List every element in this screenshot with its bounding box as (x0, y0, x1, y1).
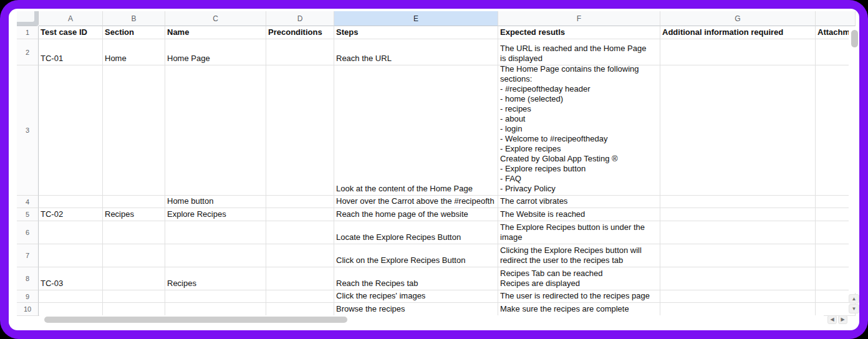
cell-G4[interactable] (660, 196, 816, 208)
cell-G2[interactable] (660, 39, 816, 65)
cell-D3[interactable] (266, 65, 334, 196)
cell-E5[interactable]: Reach the home page of the website (334, 208, 498, 221)
cell-C3[interactable] (165, 65, 266, 196)
cell-E1[interactable]: Steps (334, 26, 498, 39)
cell-D10[interactable] (266, 303, 334, 316)
row-header-5[interactable]: 5 (17, 208, 39, 221)
cell-F10[interactable]: Make sure the recipes are complete (498, 303, 660, 316)
cell-B9[interactable] (103, 290, 165, 303)
cell-G8[interactable] (660, 267, 816, 290)
table-row-5: 5TC-02RecipesExplore RecipesReach the ho… (17, 208, 856, 221)
cell-text: Recipes Tab can be reached Recipes are d… (500, 269, 603, 289)
cell-A5[interactable]: TC-02 (39, 208, 103, 221)
cell-E9[interactable]: Click the recipes' images (334, 290, 498, 303)
cell-C10[interactable] (165, 303, 266, 316)
cell-B2[interactable]: Home (103, 39, 165, 65)
scroll-right-button[interactable]: ▶ (838, 315, 847, 324)
column-header-H[interactable] (816, 11, 856, 26)
cell-F4[interactable]: The carrot vibrates (498, 196, 660, 208)
cell-G9[interactable] (660, 290, 816, 303)
cell-A2[interactable]: TC-01 (39, 39, 103, 65)
cell-A9[interactable] (39, 290, 103, 303)
cell-G7[interactable] (660, 244, 816, 267)
cell-D4[interactable] (266, 196, 334, 208)
column-header-E[interactable]: E (334, 11, 498, 26)
cell-A10[interactable] (39, 303, 103, 316)
cell-C4[interactable]: Home button (165, 196, 266, 208)
cell-E6[interactable]: Locate the Explore Recipes Button (334, 221, 498, 244)
row-header-4[interactable]: 4 (17, 196, 39, 208)
cell-D1[interactable]: Preconditions (266, 26, 334, 39)
cell-F1[interactable]: Expected resutls (498, 26, 660, 39)
cell-E3[interactable]: Look at the content of the Home Page (334, 65, 498, 196)
cell-F2[interactable]: The URL is reached and the Home Page is … (498, 39, 660, 65)
cell-B6[interactable] (103, 221, 165, 244)
row-header-2[interactable]: 2 (17, 39, 39, 65)
column-header-F[interactable]: F (498, 11, 660, 26)
cell-D9[interactable] (266, 290, 334, 303)
cell-F7[interactable]: Clicking the Explore Recipes button will… (498, 244, 660, 267)
cell-E7[interactable]: Click on the Explore Recipes Button (334, 244, 498, 267)
cell-C8[interactable]: Recipes (165, 267, 266, 290)
vertical-scrollbar[interactable] (849, 26, 859, 293)
column-header-C[interactable]: C (165, 11, 266, 26)
select-all-corner[interactable] (17, 11, 39, 26)
cell-B1[interactable]: Section (103, 26, 165, 39)
cell-F3[interactable]: The Home Page contains the following sec… (498, 65, 660, 196)
cell-D6[interactable] (266, 221, 334, 244)
cell-A1[interactable]: Test case ID (39, 26, 103, 39)
cell-A4[interactable] (39, 196, 103, 208)
cell-B4[interactable] (103, 196, 165, 208)
cell-A8[interactable]: TC-03 (39, 267, 103, 290)
row-header-8[interactable]: 8 (17, 267, 39, 290)
cell-C7[interactable] (165, 244, 266, 267)
scroll-up-button[interactable]: ▲ (849, 294, 859, 303)
cell-C2[interactable]: Home Page (165, 39, 266, 65)
cell-B10[interactable] (103, 303, 165, 316)
cell-F6[interactable]: The Explore Recipes button is under the … (498, 221, 660, 244)
cell-D8[interactable] (266, 267, 334, 290)
cell-D2[interactable] (266, 39, 334, 65)
cell-A7[interactable] (39, 244, 103, 267)
cell-C5[interactable]: Explore Recipes (165, 208, 266, 221)
cell-E8[interactable]: Reach the Recipes tab (334, 267, 498, 290)
horizontal-scrollbar-thumb[interactable] (44, 317, 347, 323)
column-header-A[interactable]: A (39, 11, 103, 26)
cell-G3[interactable] (660, 65, 816, 196)
cell-D7[interactable] (266, 244, 334, 267)
vertical-scrollbar-thumb[interactable] (851, 30, 858, 47)
row-header-10[interactable]: 10 (17, 303, 39, 316)
cell-G6[interactable] (660, 221, 816, 244)
cell-E10[interactable]: Browse the recipes (334, 303, 498, 316)
column-header-D[interactable]: D (266, 11, 334, 26)
row-header-1[interactable]: 1 (17, 26, 39, 39)
cell-B8[interactable] (103, 267, 165, 290)
cell-C9[interactable] (165, 290, 266, 303)
scroll-left-button[interactable]: ◀ (827, 315, 837, 324)
cell-G1[interactable]: Additional information required (660, 26, 816, 39)
row-header-7[interactable]: 7 (17, 244, 39, 267)
cell-E2[interactable]: Reach the URL (334, 39, 498, 65)
cell-F8[interactable]: Recipes Tab can be reached Recipes are d… (498, 267, 660, 290)
row-header-9[interactable]: 9 (17, 290, 39, 303)
row-header-6[interactable]: 6 (17, 221, 39, 244)
cell-text: Preconditions (268, 27, 322, 37)
cell-G5[interactable] (660, 208, 816, 221)
cell-F5[interactable]: The Website is reached (498, 208, 660, 221)
scroll-down-button[interactable]: ▼ (849, 304, 859, 313)
cell-D5[interactable] (266, 208, 334, 221)
column-header-G[interactable]: G (660, 11, 816, 26)
cell-A6[interactable] (39, 221, 103, 244)
horizontal-scrollbar[interactable] (39, 315, 824, 324)
column-header-B[interactable]: B (103, 11, 165, 26)
cell-C1[interactable]: Name (165, 26, 266, 39)
cell-G10[interactable] (660, 303, 816, 316)
cell-E4[interactable]: Hover over the Carrot above the #recipeo… (334, 196, 498, 208)
cell-C6[interactable] (165, 221, 266, 244)
cell-F9[interactable]: The user is redirected to the recipes pa… (498, 290, 660, 303)
row-header-3[interactable]: 3 (17, 65, 39, 196)
cell-A3[interactable] (39, 65, 103, 196)
cell-B3[interactable] (103, 65, 165, 196)
cell-B5[interactable]: Recipes (103, 208, 165, 221)
cell-B7[interactable] (103, 244, 165, 267)
